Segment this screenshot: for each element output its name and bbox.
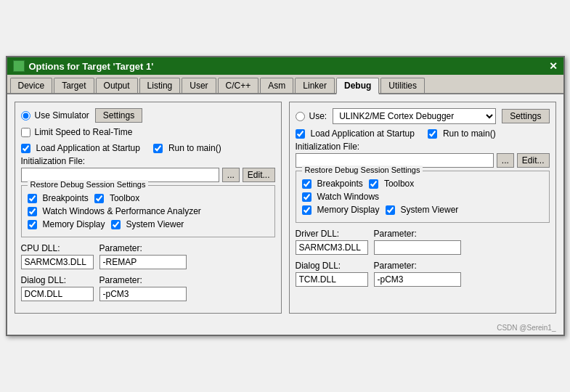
right-top-row: Use: ULINK2/ME Cortex Debugger Settings [296, 108, 550, 124]
left-breakpoints-label: Breakpoints [43, 193, 89, 203]
tab-output[interactable]: Output [96, 78, 138, 93]
left-breakpoints-row: Breakpoints [28, 193, 89, 203]
left-settings-button[interactable]: Settings [95, 108, 142, 123]
tab-asm[interactable]: Asm [260, 78, 293, 93]
app-icon [13, 60, 25, 72]
left-run-to-main-checkbox[interactable] [153, 144, 163, 153]
left-run-to-main-label: Run to main() [168, 143, 221, 153]
right-watch-row: Watch Windows [302, 192, 543, 202]
left-watch-checkbox[interactable] [28, 207, 37, 216]
left-dialog-param-label: Parameter: [99, 275, 187, 285]
tab-bar: Device Target Output Listing User C/C++ … [7, 75, 563, 94]
right-dialog-param-label: Parameter: [374, 261, 461, 271]
left-dialog-dll-row: Dialog DLL: Parameter: [21, 275, 275, 301]
left-dialog-dll-input[interactable] [21, 287, 94, 301]
left-sysviewer-row: System Viewer [111, 219, 184, 229]
left-toolbox-row: Toolbox [94, 193, 139, 203]
title-bar: Options for Target 'Target 1' ✕ [7, 57, 563, 75]
left-breakpoints-checkbox[interactable] [28, 194, 37, 203]
use-device-radio[interactable] [296, 112, 305, 121]
right-run-to-main-label: Run to main() [443, 128, 496, 139]
left-restore-section: Restore Debug Session Settings Breakpoin… [21, 185, 275, 237]
right-load-app-label: Load Application at Startup [311, 128, 415, 139]
left-memory-label: Memory Display [43, 219, 105, 229]
use-device-select[interactable]: ULINK2/ME Cortex Debugger [333, 108, 496, 124]
right-browse-button[interactable]: ... [497, 153, 514, 168]
right-load-app-checkbox[interactable] [296, 129, 305, 139]
left-load-app-checkbox[interactable] [21, 144, 30, 153]
tab-debug[interactable]: Debug [336, 78, 379, 94]
right-breakpoints-checkbox[interactable] [302, 179, 312, 189]
tab-target[interactable]: Target [54, 78, 94, 93]
right-restore-section: Restore Debug Session Settings Breakpoin… [296, 171, 550, 223]
tab-utilities[interactable]: Utilities [380, 78, 425, 93]
limit-speed-label: Limit Speed to Real-Time [35, 127, 133, 137]
left-toolbox-checkbox[interactable] [94, 194, 104, 203]
right-dialog-dll-col: Dialog DLL: [296, 261, 368, 287]
use-simulator-group: Use Simulator [21, 110, 89, 121]
right-restore-inner: Breakpoints Toolbox Watch Windows [302, 179, 543, 218]
watermark: CSDN @Serein1_ [7, 321, 563, 335]
tab-device[interactable]: Device [10, 78, 53, 93]
right-watch-checkbox[interactable] [302, 192, 312, 202]
right-toolbox-checkbox[interactable] [369, 179, 378, 189]
left-memory-checkbox[interactable] [28, 220, 37, 229]
tab-linker[interactable]: Linker [295, 78, 335, 93]
use-simulator-radio[interactable] [21, 111, 30, 121]
left-init-file-label: Initialization File: [21, 156, 275, 166]
use-label: Use: [309, 111, 327, 121]
window-title: Options for Target 'Target 1' [29, 61, 154, 72]
right-panel: Use: ULINK2/ME Cortex Debugger Settings … [289, 102, 556, 314]
left-cpu-param-input[interactable] [99, 255, 187, 269]
right-breakpoints-row: Breakpoints [302, 179, 363, 189]
left-memory-row: Memory Display [28, 219, 105, 229]
right-sysviewer-checkbox[interactable] [386, 205, 395, 215]
right-run-to-main-checkbox[interactable] [428, 129, 437, 139]
right-restore-row3: Memory Display System Viewer [302, 205, 543, 218]
right-driver-param-input[interactable] [374, 240, 461, 255]
left-toolbox-label: Toolbox [110, 193, 139, 203]
right-driver-dll-col: Driver DLL: [296, 229, 368, 255]
left-cpu-param-col: Parameter: [99, 243, 187, 269]
limit-speed-checkbox[interactable] [21, 128, 30, 137]
left-edit-button[interactable]: Edit... [243, 168, 275, 182]
main-content: Use Simulator Settings Limit Speed to Re… [7, 94, 563, 321]
right-dialog-dll-label: Dialog DLL: [296, 261, 368, 271]
right-dialog-dll-row: Dialog DLL: Parameter: [296, 261, 550, 287]
use-simulator-label: Use Simulator [35, 110, 89, 121]
limit-speed-row: Limit Speed to Real-Time [21, 127, 275, 137]
main-window: Options for Target 'Target 1' ✕ Device T… [6, 56, 565, 336]
use-device-row: ULINK2/ME Cortex Debugger [333, 108, 496, 124]
left-browse-button[interactable]: ... [222, 168, 240, 182]
left-dialog-param-input[interactable] [99, 287, 187, 301]
left-cpu-dll-col: CPU DLL: [21, 243, 94, 269]
left-load-app-row: Load Application at Startup Run to main(… [21, 143, 275, 153]
left-dialog-dll-label: Dialog DLL: [21, 275, 94, 285]
left-top-row: Use Simulator Settings [21, 108, 275, 123]
tab-listing[interactable]: Listing [139, 78, 181, 93]
close-button[interactable]: ✕ [549, 60, 558, 72]
right-driver-dll-label: Driver DLL: [296, 229, 368, 239]
tab-user[interactable]: User [182, 78, 216, 93]
right-breakpoints-label: Breakpoints [317, 179, 363, 189]
right-edit-button[interactable]: Edit... [517, 153, 550, 168]
right-sysviewer-row: System Viewer [386, 205, 459, 215]
left-cpu-dll-input[interactable] [21, 255, 94, 269]
right-driver-dll-input[interactable] [296, 240, 368, 255]
left-sysviewer-checkbox[interactable] [111, 220, 121, 229]
left-watch-row: Watch Windows & Performance Analyzer [28, 206, 269, 216]
right-dialog-dll-input[interactable] [296, 272, 368, 287]
right-memory-checkbox[interactable] [302, 205, 312, 215]
left-restore-title: Restore Debug Session Settings [28, 180, 149, 189]
left-dialog-dll-section: Dialog DLL: Parameter: [21, 275, 275, 301]
right-restore-title: Restore Debug Session Settings [302, 166, 423, 174]
right-memory-row: Memory Display [302, 205, 380, 215]
right-toolbox-label: Toolbox [384, 179, 414, 189]
left-cpu-dll-row: CPU DLL: Parameter: [21, 243, 275, 269]
right-dialog-param-input[interactable] [374, 272, 461, 287]
left-cpu-dll-label: CPU DLL: [21, 243, 94, 253]
tab-cpp[interactable]: C/C++ [218, 78, 259, 93]
right-dialog-dll-section: Dialog DLL: Parameter: [296, 261, 550, 287]
right-settings-button[interactable]: Settings [502, 109, 549, 123]
use-device-group: Use: [296, 111, 327, 121]
